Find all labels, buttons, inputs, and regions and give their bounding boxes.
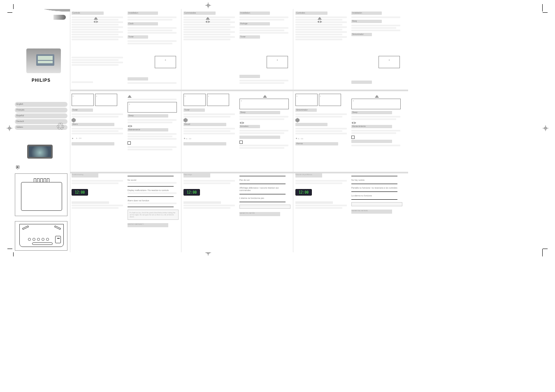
lcd-example: ▸ bbox=[95, 94, 117, 106]
up-arrow-icon bbox=[263, 94, 267, 98]
lcd-example: ▸ bbox=[319, 94, 341, 106]
cover-cell: PHILIPS bbox=[12, 9, 70, 90]
heading: Entretien bbox=[240, 125, 248, 127]
problem: No sound bbox=[128, 179, 179, 181]
panel-es-controls: Controles Instalación Reloj Sintonizador… bbox=[294, 9, 408, 90]
right-arrow-icon bbox=[297, 118, 300, 122]
up-arrow-icon bbox=[318, 16, 322, 20]
heading: Controls bbox=[72, 12, 80, 14]
crop-mark bbox=[543, 249, 548, 249]
display-example: ✦ bbox=[267, 56, 288, 68]
right-arrow-icon bbox=[186, 118, 188, 122]
problem: Affichage défectueux / aucune réaction a… bbox=[239, 187, 290, 191]
heading: Horloge bbox=[240, 22, 248, 25]
left-right-arrows-icon bbox=[239, 122, 290, 124]
heading: Alarma bbox=[296, 142, 303, 145]
heading: Sleep bbox=[128, 114, 134, 117]
heading: Tuner bbox=[128, 35, 134, 38]
registration-mark-icon bbox=[543, 125, 548, 131]
heading: Solución de problemas bbox=[295, 173, 322, 178]
panel-es-alarm: ▸ ▸ Sintonizador ✦ 6:30 Alarma ✦ Sleep M… bbox=[294, 91, 408, 172]
brand-logo: PHILIPS bbox=[12, 78, 70, 83]
warranty-heading: LIMITED WARRANTY bbox=[128, 223, 168, 227]
clock-example: 12:00 bbox=[72, 189, 88, 196]
display-example: ✦ bbox=[155, 56, 176, 68]
sidebar: PHILIPS English Français Español Deutsch… bbox=[12, 9, 70, 252]
left-right-arrows-icon bbox=[205, 21, 211, 23]
left-right-arrows-icon bbox=[128, 125, 179, 127]
heading: Commandes bbox=[184, 12, 196, 14]
language-panels: Controls Installation Clock Tuner bbox=[70, 9, 408, 252]
crop-mark bbox=[7, 249, 12, 249]
up-arrow-icon bbox=[206, 16, 210, 20]
advice-box bbox=[351, 202, 402, 206]
right-arrow-icon bbox=[74, 118, 76, 122]
diagram-cell bbox=[12, 172, 70, 252]
crop-mark bbox=[7, 12, 12, 13]
heading: Sleep bbox=[240, 111, 246, 113]
heading: Sintonizador bbox=[296, 108, 308, 111]
panel-en-troubleshooting: Troubleshooting 12:00 No sound Display m… bbox=[70, 172, 182, 252]
star-icon: ✦ bbox=[183, 137, 186, 140]
heading: Maintenance bbox=[128, 128, 140, 131]
heading: Alarm bbox=[72, 123, 78, 125]
registration-mark-icon bbox=[7, 125, 12, 131]
stop-icon bbox=[239, 141, 243, 144]
clock-value: 6:30 bbox=[186, 138, 192, 140]
problem: Pantalla no funciona / no reacciona a lo… bbox=[351, 187, 402, 189]
crop-mark bbox=[542, 4, 543, 12]
problem: Display malfunctions / No reaction to co… bbox=[128, 189, 179, 191]
left-right-arrows-icon bbox=[93, 21, 99, 23]
stop-icon bbox=[128, 141, 131, 145]
problem: Pas de son bbox=[239, 179, 290, 181]
up-arrow-icon bbox=[375, 94, 379, 98]
panel-en-controls: Controls Installation Clock Tuner bbox=[70, 9, 182, 90]
left-right-arrows-icon bbox=[351, 122, 402, 124]
heading: Instalación bbox=[352, 12, 362, 14]
heading: Installation bbox=[128, 12, 138, 14]
heading: Clock bbox=[128, 22, 134, 25]
crop-mark bbox=[542, 249, 543, 256]
heading: Tuner bbox=[240, 35, 246, 38]
up-arrow-icon bbox=[94, 16, 98, 20]
star-icon: ✦ bbox=[267, 59, 288, 61]
problem: Alarm does not function bbox=[128, 199, 179, 202]
language-pill: Español bbox=[15, 113, 67, 118]
lcd-example: ▸ bbox=[72, 94, 94, 106]
panel-es-troubleshooting: Solución de problemas 12:00 No hay sonid… bbox=[294, 172, 408, 252]
language-pill: Français bbox=[15, 108, 67, 113]
clock-example: 12:00 bbox=[295, 189, 312, 196]
lcd-example: ▸ bbox=[295, 94, 318, 106]
panel-fr-controls: Commandes Installation Horloge Tuner ✦ bbox=[182, 9, 294, 90]
up-arrow-icon bbox=[128, 94, 132, 98]
warranty-heading: GARANTÍA LIMITADA bbox=[351, 210, 392, 214]
heading: Dépannage bbox=[183, 173, 210, 178]
heading: Troubleshooting bbox=[72, 173, 98, 178]
lcd-example: ▸ bbox=[183, 94, 206, 106]
brand-swoop bbox=[12, 9, 70, 21]
lcd-example: ✦ bbox=[128, 102, 177, 113]
heading: Sleep bbox=[352, 111, 358, 113]
display-icon bbox=[27, 145, 53, 159]
info-cell: English Français Español Deutsch Italian… bbox=[12, 90, 70, 172]
product-photo bbox=[26, 48, 61, 73]
lcd-example: ✦ bbox=[351, 99, 401, 109]
heading: Reloj bbox=[352, 20, 357, 22]
problem: L'alarme ne fonctionne pas bbox=[239, 197, 290, 199]
language-pill: English bbox=[15, 102, 67, 107]
star-icon: ✦ bbox=[155, 59, 176, 61]
registration-mark-icon bbox=[205, 2, 211, 8]
lcd-example: ▸ bbox=[207, 94, 229, 106]
clock-example: 12:00 bbox=[183, 189, 200, 196]
problem: La alarma no funciona bbox=[351, 194, 402, 197]
clock-value: 6:30 bbox=[76, 137, 82, 139]
crop-mark bbox=[543, 12, 548, 13]
warranty-heading: GARANTIE LIMITÉE bbox=[239, 212, 280, 216]
star-icon: ✦ bbox=[295, 137, 297, 140]
heading: Controles bbox=[296, 12, 305, 14]
heading: Installation bbox=[240, 12, 250, 14]
display-example: ✦ bbox=[379, 56, 400, 68]
stop-icon bbox=[351, 136, 355, 139]
recycle-icon: ♲ bbox=[56, 121, 65, 132]
manual-sheet: PHILIPS English Français Español Deutsch… bbox=[12, 9, 408, 252]
